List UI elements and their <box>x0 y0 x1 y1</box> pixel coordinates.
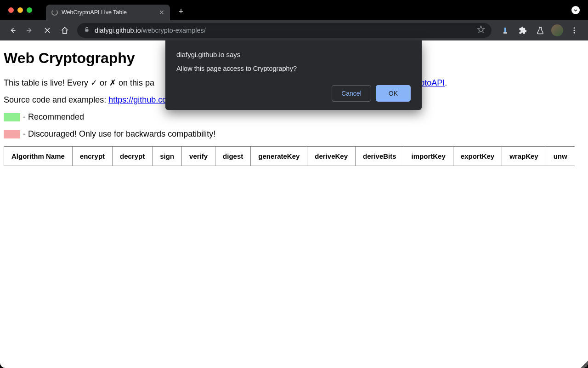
algorithms-table: Algorithm Name encrypt decrypt sign veri… <box>4 146 575 166</box>
url-domain: diafygi.github.io <box>95 27 141 34</box>
home-button[interactable] <box>57 23 73 38</box>
profile-avatar[interactable] <box>551 24 563 36</box>
extensions-icon[interactable] <box>516 24 529 37</box>
svg-point-8 <box>574 30 575 31</box>
svg-rect-5 <box>504 28 506 32</box>
table-header: importKey <box>404 147 453 166</box>
window-maximize-button[interactable] <box>27 7 32 13</box>
tab-close-button[interactable]: ✕ <box>159 9 164 16</box>
table-header: generateKey <box>251 147 307 166</box>
table-header: deriveBits <box>356 147 404 166</box>
table-header: wrapKey <box>502 147 546 166</box>
svg-point-7 <box>574 27 575 29</box>
table-header: sign <box>153 147 182 166</box>
traffic-lights <box>8 7 32 13</box>
new-tab-button[interactable]: + <box>175 5 187 18</box>
window-minimize-button[interactable] <box>17 7 23 13</box>
address-bar[interactable]: diafygi.github.io/webcrypto-examples/ <box>77 23 492 38</box>
browser-toolbar: diafygi.github.io/webcrypto-examples/ <box>0 20 588 40</box>
tab-strip: WebCryptoAPI Live Table ✕ + <box>46 0 187 20</box>
resize-handle-icon[interactable] <box>581 361 588 368</box>
dialog-message: Allow this page access to Cryptography? <box>176 65 411 72</box>
tab-title: WebCryptoAPI Live Table <box>62 9 127 16</box>
titlebar-right <box>571 6 580 14</box>
svg-rect-4 <box>85 29 89 31</box>
url-path: /webcrypto-examples/ <box>141 27 206 34</box>
window-titlebar: WebCryptoAPI Live Table ✕ + <box>0 0 588 20</box>
swatch-pink <box>4 130 20 138</box>
table-header: Algorithm Name <box>4 147 73 166</box>
window-close-button[interactable] <box>8 7 14 13</box>
forward-button[interactable] <box>22 23 38 38</box>
dialog-origin: diafygi.github.io says <box>176 51 411 58</box>
toolbar-icons <box>496 24 583 37</box>
extension-icon-1[interactable] <box>499 24 512 37</box>
back-button[interactable] <box>5 23 20 38</box>
url-text: diafygi.github.io/webcrypto-examples/ <box>95 27 206 34</box>
stop-reload-button[interactable] <box>40 23 55 38</box>
table-header-row: Algorithm Name encrypt decrypt sign veri… <box>4 147 575 166</box>
svg-rect-6 <box>503 32 507 34</box>
legend-recommended: - Recommended <box>4 112 584 122</box>
table-header: decrypt <box>113 147 153 166</box>
menu-button[interactable] <box>568 24 581 37</box>
loading-spinner-icon <box>51 9 58 16</box>
legend-discouraged: - Discouraged! Only use for backwards co… <box>4 129 584 139</box>
cancel-button[interactable]: Cancel <box>332 85 371 102</box>
expand-tabs-button[interactable] <box>571 6 580 14</box>
labs-icon[interactable] <box>534 24 547 37</box>
table-header: deriveKey <box>307 147 356 166</box>
table-header: unw <box>546 147 575 166</box>
dialog-buttons: Cancel OK <box>176 85 411 102</box>
bookmark-star-icon[interactable] <box>477 25 485 35</box>
svg-point-9 <box>574 32 575 34</box>
browser-tab[interactable]: WebCryptoAPI Live Table ✕ <box>46 5 170 20</box>
lock-icon <box>84 26 90 34</box>
javascript-dialog: diafygi.github.io says Allow this page a… <box>165 40 422 110</box>
table-header: verify <box>182 147 215 166</box>
swatch-green <box>4 113 20 121</box>
ok-button[interactable]: OK <box>376 85 411 102</box>
table-header: digest <box>215 147 251 166</box>
table-header: encrypt <box>72 147 112 166</box>
table-header: exportKey <box>453 147 502 166</box>
